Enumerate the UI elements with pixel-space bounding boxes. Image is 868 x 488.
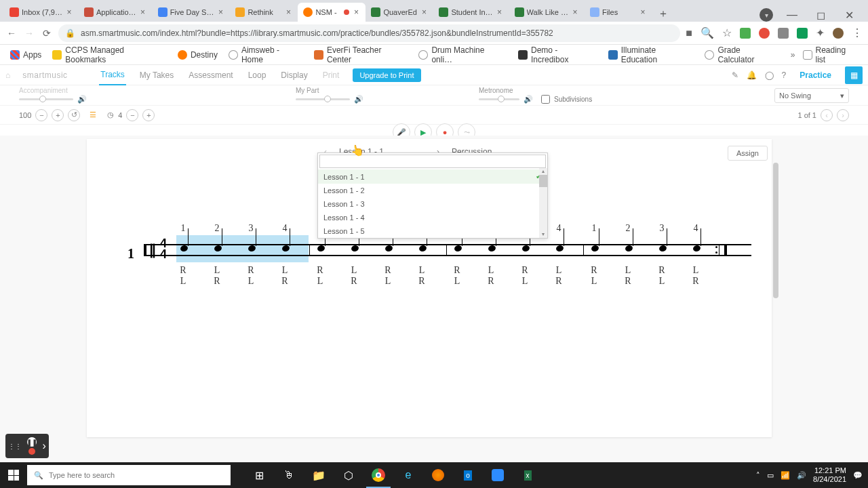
- taskbar-app[interactable]: 🖰: [274, 462, 304, 488]
- note[interactable]: [591, 245, 599, 251]
- close-icon[interactable]: ×: [216, 8, 224, 16]
- note[interactable]: [282, 245, 290, 251]
- maximize-button[interactable]: ◻: [811, 9, 830, 22]
- bookmark-item[interactable]: CCPS Managed Bookmarks: [49, 45, 170, 64]
- bookmark-item[interactable]: Destiny: [174, 50, 221, 60]
- tempo-plus-button[interactable]: +: [52, 109, 64, 121]
- dropdown-option[interactable]: Lesson 1 - 4: [318, 211, 547, 224]
- battery-icon[interactable]: ▭: [767, 471, 774, 480]
- dropdown-option[interactable]: Lesson 1 - 1✔: [318, 169, 547, 184]
- address-bar[interactable]: 🔒 asm.smartmusic.com/index.html?bundle=h…: [58, 24, 680, 42]
- outlook-icon[interactable]: o: [453, 462, 483, 488]
- bookmark-item[interactable]: Aimsweb - Home: [225, 45, 307, 64]
- swing-select[interactable]: No Swing▾: [774, 88, 849, 103]
- browser-tab[interactable]: Applicatio…×: [79, 3, 153, 22]
- assign-button[interactable]: Assign: [728, 146, 768, 161]
- note[interactable]: [248, 245, 256, 251]
- dropdown-option[interactable]: Lesson 1 - 5: [318, 224, 547, 238]
- filter-icon[interactable]: ☰: [90, 110, 96, 119]
- volume-icon[interactable]: 🔊: [77, 95, 87, 104]
- file-explorer-icon[interactable]: 📁: [304, 462, 334, 488]
- profile-avatar[interactable]: [833, 28, 844, 39]
- expand-icon[interactable]: ›: [43, 440, 46, 452]
- browser-tab[interactable]: Rethink×: [230, 3, 298, 22]
- bookmark-item[interactable]: EverFi Teacher Center: [311, 45, 411, 64]
- metronome-slider[interactable]: [479, 98, 519, 100]
- count-minus-button[interactable]: −: [126, 109, 138, 121]
- apps-button[interactable]: Apps: [7, 50, 45, 60]
- extension-icon[interactable]: [759, 28, 770, 39]
- browser-tab[interactable]: Walk Like …×: [509, 3, 585, 22]
- close-icon[interactable]: ×: [639, 8, 647, 16]
- tab-loop[interactable]: Loop: [247, 65, 268, 85]
- reading-list-button[interactable]: Reading list: [800, 45, 861, 64]
- extensions-menu-icon[interactable]: ✦: [816, 26, 825, 39]
- drive-icon[interactable]: [797, 28, 808, 39]
- close-window-button[interactable]: ✕: [840, 9, 859, 22]
- forward-button[interactable]: →: [23, 28, 35, 39]
- home-icon[interactable]: ⌂: [5, 70, 10, 80]
- edit-icon[interactable]: ✎: [732, 70, 738, 80]
- drag-handle-icon[interactable]: ⋮⋮: [8, 443, 22, 450]
- back-button[interactable]: ←: [5, 28, 18, 39]
- firefox-icon[interactable]: [423, 462, 453, 488]
- note[interactable]: [659, 245, 667, 251]
- note[interactable]: [419, 245, 427, 251]
- profile-icon[interactable]: ▾: [760, 8, 773, 22]
- note[interactable]: [385, 245, 393, 251]
- camera-icon[interactable]: ■: [686, 27, 692, 39]
- close-icon[interactable]: ×: [284, 8, 292, 16]
- bookmark-item[interactable]: Grade Calculator: [701, 45, 782, 64]
- screencast-widget[interactable]: ⋮⋮ ❚❚ ›: [5, 434, 49, 458]
- tempo-value[interactable]: 100: [19, 111, 31, 119]
- dropdown-option[interactable]: Lesson 1 - 2: [318, 184, 547, 197]
- excel-icon[interactable]: x: [513, 462, 542, 488]
- close-icon[interactable]: ×: [65, 8, 73, 16]
- taskbar-search[interactable]: 🔍Type here to search: [27, 465, 231, 485]
- help-icon[interactable]: ?: [782, 70, 787, 80]
- page-prev-button[interactable]: ‹: [821, 109, 833, 121]
- browser-tab[interactable]: Files×: [585, 3, 652, 22]
- zoom-icon[interactable]: [483, 462, 513, 488]
- note[interactable]: [556, 245, 564, 251]
- extension-icon[interactable]: [778, 28, 789, 39]
- note[interactable]: [522, 245, 530, 251]
- tempo-reset-button[interactable]: ↺: [68, 109, 80, 121]
- dropdown-option[interactable]: Lesson 1 - 3: [318, 197, 547, 211]
- note[interactable]: [625, 245, 633, 251]
- browser-tab[interactable]: Five Day S…×: [153, 3, 231, 22]
- reload-button[interactable]: ⟳: [41, 28, 53, 39]
- star-icon[interactable]: ☆: [722, 26, 732, 39]
- extension-icon[interactable]: [740, 28, 751, 39]
- tray-overflow-icon[interactable]: ˄: [756, 471, 760, 480]
- close-icon[interactable]: ×: [571, 8, 579, 16]
- note[interactable]: [351, 245, 359, 251]
- tab-my-takes[interactable]: My Takes: [138, 65, 175, 85]
- count-plus-button[interactable]: +: [142, 109, 155, 121]
- page-next-button[interactable]: ›: [837, 109, 849, 121]
- taskbar-app[interactable]: ⬡: [334, 462, 363, 488]
- close-icon[interactable]: ×: [420, 8, 428, 16]
- edge-icon[interactable]: e: [393, 462, 423, 488]
- tab-assessment[interactable]: Assessment: [187, 65, 234, 85]
- zoom-icon[interactable]: 🔍: [701, 26, 714, 39]
- notifications-icon[interactable]: 💬: [853, 471, 863, 480]
- note[interactable]: [317, 245, 325, 251]
- task-view-button[interactable]: ⊞: [244, 462, 274, 488]
- accompaniment-slider[interactable]: [19, 98, 73, 100]
- practice-button[interactable]: Practice: [794, 70, 837, 80]
- volume-icon[interactable]: 🔊: [354, 95, 363, 104]
- browser-tab[interactable]: Student In…×: [433, 3, 509, 22]
- note[interactable]: [214, 245, 222, 251]
- pause-icon[interactable]: ❚❚: [27, 437, 37, 447]
- minimize-button[interactable]: —: [783, 9, 802, 21]
- note[interactable]: [454, 245, 462, 251]
- dropdown-scrollbar[interactable]: ▴▾: [539, 168, 547, 238]
- score-scrollbar[interactable]: [773, 163, 778, 298]
- app-logo[interactable]: smartmusic: [22, 70, 87, 80]
- stop-record-icon[interactable]: [28, 448, 35, 455]
- browser-tab-active[interactable]: NSM - ×: [298, 3, 366, 22]
- note[interactable]: [488, 245, 496, 251]
- browser-tab[interactable]: QuaverEd×: [366, 3, 433, 22]
- new-tab-button[interactable]: ＋: [655, 5, 671, 22]
